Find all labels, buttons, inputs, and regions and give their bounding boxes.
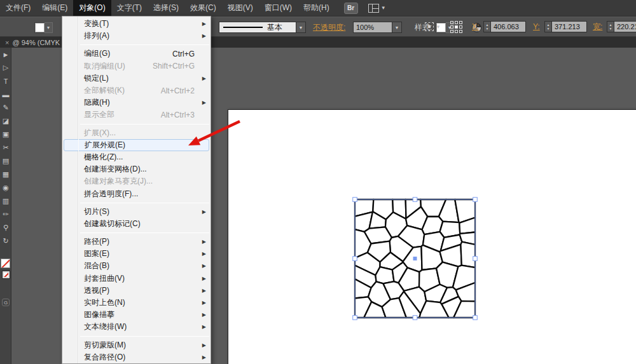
selection-tool[interactable]: ► — [0, 48, 11, 61]
selection-handle[interactable] — [413, 316, 417, 320]
menu-item-label: 创建对象马赛克(J)... — [84, 176, 153, 187]
menubar-item-效果(C)[interactable]: 效果(C) — [184, 0, 222, 16]
selection-center-point[interactable] — [413, 257, 417, 260]
gradient-tool[interactable]: ▦ — [0, 168, 11, 181]
menu-item-锁定(L)[interactable]: 锁定(L)▶ — [62, 72, 211, 84]
opacity-dropdown[interactable]: ▼ — [392, 22, 402, 33]
y-spinner[interactable]: ▲▼ — [544, 21, 551, 32]
menu-item-label: 编组(G) — [84, 48, 110, 59]
menu-item-label: 扩展(X)... — [84, 128, 116, 138]
menu-item-label: 全部解锁(K) — [84, 85, 125, 96]
reference-point-grid[interactable] — [450, 21, 462, 33]
submenu-arrow-icon: ▶ — [202, 276, 206, 281]
x-spinner[interactable]: ▲▼ — [483, 21, 490, 32]
width-label[interactable]: 宽: — [593, 22, 602, 32]
type-tool[interactable]: T — [0, 74, 11, 88]
menu-item-创建裁切标记(C)[interactable]: 创建裁切标记(C) — [62, 218, 211, 230]
shape-builder-tool[interactable]: ◉ — [0, 181, 11, 194]
document-tab-title[interactable]: @ 94% (CMYK — [12, 39, 60, 46]
y-coordinate-field[interactable]: 371.213 — [551, 21, 587, 32]
chevron-down-icon[interactable]: ▼ — [436, 24, 441, 30]
submenu-arrow-icon: ▶ — [202, 100, 206, 105]
menu-item-透视(P)[interactable]: 透视(P)▶ — [62, 285, 211, 297]
menu-item-剪切蒙版(M)[interactable]: 剪切蒙版(M)▶ — [62, 339, 211, 351]
menu-item-label: 拼合透明度(F)... — [84, 189, 138, 199]
graph-tool[interactable]: ▥ — [0, 194, 11, 208]
rectangle-tool[interactable]: ▬ — [0, 88, 11, 101]
menu-item-排列(A)[interactable]: 排列(A)▶ — [62, 30, 211, 42]
submenu-arrow-icon: ▶ — [202, 300, 206, 306]
menu-separator — [80, 203, 209, 203]
stroke-none-swatch[interactable] — [3, 271, 10, 278]
bridge-button[interactable]: Br — [344, 3, 358, 14]
stroke-style-combo[interactable]: 基本 — [219, 22, 296, 33]
width-spinner[interactable]: ▲▼ — [607, 21, 614, 32]
draw-mode-icon[interactable]: G — [2, 299, 10, 306]
selection-handle[interactable] — [473, 316, 478, 320]
menu-item-label: 创建裁切标记(C) — [84, 219, 141, 229]
submenu-arrow-icon: ▶ — [202, 239, 206, 245]
menu-item-图像描摹[interactable]: 图像描摹▶ — [62, 309, 211, 321]
menu-item-路径(P)[interactable]: 路径(P)▶ — [62, 236, 211, 248]
direct-selection-tool[interactable]: ▷ — [0, 61, 11, 74]
menu-item-拼合透明度(F)[interactable]: 拼合透明度(F)... — [62, 187, 211, 199]
menu-item-变换(T)[interactable]: 变换(T)▶ — [62, 18, 211, 30]
menu-item-取消编组(U): 取消编组(U)Shift+Ctrl+G — [62, 60, 211, 72]
fill-none-swatch[interactable] — [1, 259, 10, 268]
object-menu-dropdown: 变换(T)▶排列(A)▶编组(G)Ctrl+G取消编组(U)Shift+Ctrl… — [62, 16, 211, 364]
tab-close-icon[interactable]: × — [5, 39, 9, 46]
selection-handle[interactable] — [413, 198, 417, 202]
x-coordinate-field[interactable]: 406.063 — [490, 21, 526, 32]
menubar-item-帮助(H)[interactable]: 帮助(H) — [298, 0, 335, 16]
zoom-tool[interactable]: ⚲ — [0, 221, 11, 234]
menu-item-label: 路径(P) — [84, 236, 109, 247]
brush-tool[interactable]: ✏ — [0, 208, 11, 221]
menu-item-栅格化(Z)[interactable]: 栅格化(Z)... — [62, 151, 211, 163]
bounding-box-icon[interactable] — [425, 22, 434, 31]
opacity-field[interactable]: 100% — [353, 22, 392, 33]
menu-item-封套扭曲(V)[interactable]: 封套扭曲(V)▶ — [62, 273, 211, 285]
menu-item-全部解锁(K): 全部解锁(K)Alt+Ctrl+2 — [62, 84, 211, 97]
menu-item-编组(G)[interactable]: 编组(G)Ctrl+G — [62, 48, 211, 60]
selection-handle[interactable] — [353, 316, 357, 320]
workspace-switcher-button[interactable]: ▼ — [368, 4, 386, 13]
menubar-item-对象(O)[interactable]: 对象(O) — [73, 0, 111, 16]
menubar-item-编辑(E)[interactable]: 编辑(E) — [36, 0, 73, 16]
menubar-item-窗口(W)[interactable]: 窗口(W) — [259, 0, 298, 16]
menubar-item-文件(F)[interactable]: 文件(F) — [0, 0, 36, 16]
slice-tool[interactable]: ✂ — [0, 141, 11, 154]
menu-item-文本绕排(W)[interactable]: 文本绕排(W)▶ — [62, 321, 211, 333]
menubar-item-视图(V)[interactable]: 视图(V) — [222, 0, 259, 16]
frame-tool[interactable]: ▣ — [0, 128, 11, 141]
menu-item-隐藏(H)[interactable]: 隐藏(H)▶ — [62, 97, 211, 109]
menubar-item-文字(T)[interactable]: 文字(T) — [111, 0, 148, 16]
fill-color-swatch[interactable] — [35, 23, 45, 32]
selection-handle[interactable] — [473, 257, 478, 261]
selection-handle[interactable] — [353, 257, 357, 261]
hand-tool[interactable]: ↻ — [0, 234, 11, 248]
fill-color-dropdown[interactable]: ▼ — [45, 22, 53, 33]
menu-item-混合(B)[interactable]: 混合(B)▶ — [62, 260, 211, 272]
selection-handle[interactable] — [353, 198, 357, 202]
pencil-tool[interactable]: ✎ — [0, 101, 11, 114]
menu-item-扩展外观(E)[interactable]: 扩展外观(E) — [64, 139, 209, 151]
menu-item-图案(E)[interactable]: 图案(E)▶ — [62, 248, 211, 260]
menu-item-切片(S)[interactable]: 切片(S)▶ — [62, 206, 211, 218]
menu-item-创建渐变网格(D)[interactable]: 创建渐变网格(D)... — [62, 163, 211, 175]
menu-item-实时上色(N)[interactable]: 实时上色(N)▶ — [62, 297, 211, 309]
perspective-grid-tool[interactable]: ▤ — [0, 154, 11, 168]
x-coordinate-label[interactable]: X: — [472, 22, 479, 31]
y-coordinate-label[interactable]: Y: — [533, 22, 540, 31]
stroke-style-dropdown[interactable]: ▼ — [296, 22, 306, 33]
selection-handle[interactable] — [473, 198, 478, 202]
menu-item-label: 锁定(L) — [84, 73, 109, 84]
selected-voronoi-artwork[interactable] — [352, 196, 478, 321]
submenu-arrow-icon: ▶ — [202, 76, 206, 81]
opacity-label[interactable]: 不透明度: — [313, 22, 345, 33]
width-field[interactable]: 220.212 — [614, 21, 636, 32]
menubar-item-选择(S)[interactable]: 选择(S) — [148, 0, 184, 16]
voronoi-cell — [460, 242, 475, 268]
menu-item-label: 变换(T) — [84, 18, 109, 29]
menu-item-复合路径(O)[interactable]: 复合路径(O)▶ — [62, 351, 211, 363]
eraser-tool[interactable]: ◪ — [0, 114, 11, 128]
